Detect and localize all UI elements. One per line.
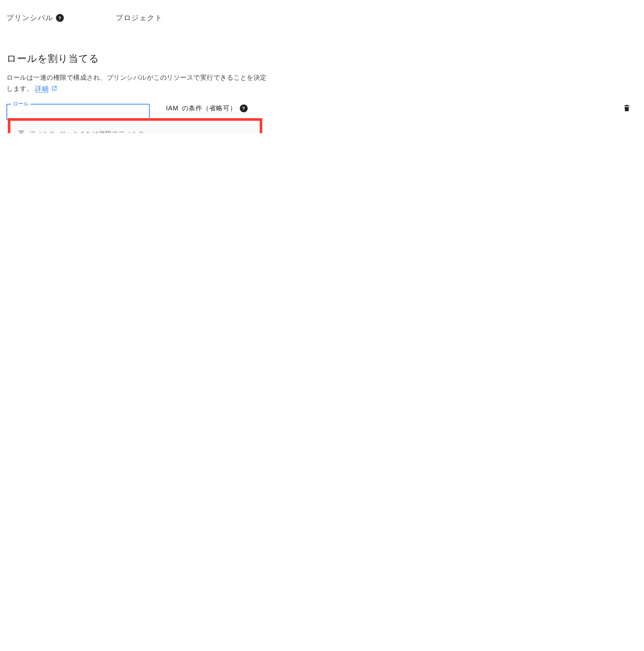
principal-label-group: プリンシパル ? [6, 13, 64, 23]
external-link-icon [50, 85, 57, 92]
dropdown-filter-row[interactable]: フィルタ ロールまたは権限でフィルタ [10, 120, 260, 133]
filter-label: フィルタ [29, 129, 55, 133]
iam-label-bold: IAM [166, 104, 179, 112]
desc-line-1: ロールは一連の権限で構成され、プリンシパルがこのリソースで実行できることを決定 [6, 74, 267, 81]
help-icon[interactable]: ? [240, 104, 248, 112]
filter-placeholder: ロールまたは権限でフィルタ [60, 129, 144, 133]
project-label-group: プロジェクト [116, 13, 163, 23]
iam-label-rest: の条件（省略可） [182, 104, 236, 113]
principal-label: プリンシパル [6, 13, 53, 23]
role-dropdown: フィルタ ロールまたは権限でフィルタ クイック アクセス 現在使用中 カスタム … [10, 120, 260, 133]
delete-button[interactable] [622, 104, 631, 114]
iam-condition-area: IAM の条件（省略可） ? [166, 104, 248, 113]
role-assignment-row: ロール フィルタ ロールまたは権限でフィルタ クイック アクセス 現在使用中 カ [6, 104, 638, 120]
learn-more-link[interactable]: 詳細 [35, 85, 49, 93]
filter-icon [18, 129, 25, 133]
role-select[interactable]: ロール [6, 104, 150, 120]
role-field-label: ロール [11, 100, 31, 107]
assign-roles-description: ロールは一連の権限で構成され、プリンシパルがこのリソースで実行できることを決定 … [6, 72, 316, 94]
help-icon[interactable]: ? [56, 14, 64, 22]
desc-line-2: します。 [6, 85, 33, 92]
trash-icon [622, 104, 631, 112]
project-label: プロジェクト [116, 13, 163, 23]
assign-roles-title: ロールを割り当てる [6, 52, 638, 65]
role-field-wrap: ロール フィルタ ロールまたは権限でフィルタ クイック アクセス 現在使用中 カ [6, 104, 150, 120]
top-info-row: プリンシパル ? プロジェクト [6, 13, 638, 23]
